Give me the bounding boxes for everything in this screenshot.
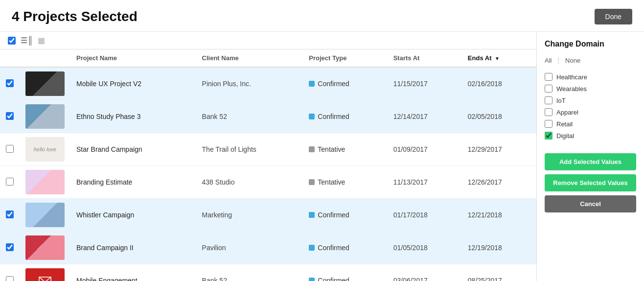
table-row: Mobile EngagementBank 52Confirmed03/06/2… <box>0 264 536 281</box>
row-checkbox-7[interactable] <box>6 276 14 281</box>
table-row: Ethno Study Phase 3Bank 52Confirmed12/14… <box>0 100 536 133</box>
sidebar-title: Change Domain <box>545 40 636 48</box>
th-starts-at[interactable]: Starts At <box>388 49 462 67</box>
starts-at-cell: 03/06/2017 <box>388 264 462 281</box>
starts-at-cell: 11/13/2017 <box>388 166 462 199</box>
projects-table: Project Name Client Name Project Type St… <box>0 49 536 281</box>
page-title: 4 Projects Selected <box>12 9 138 24</box>
domain-label-wearables: Wearables <box>556 85 587 93</box>
domain-label-apparel: Apparel <box>556 109 578 116</box>
client-name-cell: Pavilion <box>196 232 303 264</box>
client-name-cell: Marketing <box>196 199 303 232</box>
project-thumbnail <box>25 104 65 129</box>
content-area: ☰║ ▦ Project Name Client Name <box>0 32 644 281</box>
domain-label-digital: Digital <box>556 132 574 140</box>
client-name-cell: Bank 52 <box>196 100 303 133</box>
domain-checkbox-apparel[interactable] <box>545 108 552 116</box>
client-name-cell: Bank 52 <box>196 264 303 281</box>
domain-checkbox-wearables[interactable] <box>545 85 552 93</box>
project-name-cell: Star Brand Campaign <box>70 133 196 166</box>
toolbar: ☰║ ▦ <box>0 32 536 49</box>
table-row: Branding Estimate438 StudioTentative11/1… <box>0 166 536 199</box>
domain-item-apparel: Apparel <box>545 108 636 116</box>
ends-at-cell: 12/19/2018 <box>462 232 536 264</box>
table-header-row: Project Name Client Name Project Type St… <box>0 49 536 67</box>
client-name-cell: The Trail of Lights <box>196 133 303 166</box>
sidebar-actions: Add Selected Values Remove Selected Valu… <box>545 153 636 212</box>
table-section: ☰║ ▦ Project Name Client Name <box>0 32 536 281</box>
status-dot-icon <box>309 212 315 218</box>
table-row: hello loveStar Brand CampaignThe Trail o… <box>0 133 536 166</box>
project-thumbnail <box>25 268 65 281</box>
ends-at-cell: 08/25/2017 <box>462 264 536 281</box>
none-button[interactable]: None <box>565 57 580 64</box>
project-thumbnail <box>25 170 65 194</box>
add-selected-values-button[interactable]: Add Selected Values <box>545 153 636 170</box>
status-dot-icon <box>309 114 315 119</box>
row-checkbox-2[interactable] <box>6 112 14 120</box>
list-view-icon[interactable]: ☰║ <box>21 36 33 45</box>
row-checkbox-3[interactable] <box>6 145 14 153</box>
grid-view-icon[interactable]: ▦ <box>38 36 45 45</box>
domain-checkbox-retail[interactable] <box>545 120 552 128</box>
status-dot-icon <box>309 179 315 185</box>
domain-label-iot: IoT <box>556 97 566 104</box>
project-type-cell: Confirmed <box>303 264 387 281</box>
domain-checkbox-iot[interactable] <box>545 96 552 104</box>
status-dot-icon <box>309 278 315 281</box>
all-none-row: All | None <box>545 56 636 64</box>
project-name-cell: Branding Estimate <box>70 166 196 199</box>
status-dot-icon <box>309 146 315 152</box>
starts-at-cell: 11/15/2017 <box>388 67 462 100</box>
project-type-cell: Confirmed <box>303 100 387 133</box>
th-project-name[interactable]: Project Name <box>70 49 196 67</box>
th-ends-at[interactable]: Ends At ▼ <box>462 49 536 67</box>
domain-item-wearables: Wearables <box>545 85 636 93</box>
sort-arrow-icon: ▼ <box>495 56 500 61</box>
cancel-button[interactable]: Cancel <box>545 195 636 212</box>
starts-at-cell: 12/14/2017 <box>388 100 462 133</box>
ends-at-cell: 02/16/2018 <box>462 67 536 100</box>
remove-selected-values-button[interactable]: Remove Selected Values <box>545 174 636 191</box>
table-body: Mobile UX Project V2Pinion Plus, Inc.Con… <box>0 67 536 281</box>
domain-label-healthcare: Healthcare <box>556 73 587 81</box>
domain-item-healthcare: Healthcare <box>545 73 636 81</box>
th-thumbnail <box>20 49 70 67</box>
project-name-cell: Mobile UX Project V2 <box>70 67 196 100</box>
project-name-cell: Brand Campaign II <box>70 232 196 264</box>
project-type-cell: Tentative <box>303 133 387 166</box>
table-row: Mobile UX Project V2Pinion Plus, Inc.Con… <box>0 67 536 100</box>
sidebar: Change Domain All | None HealthcareWeara… <box>536 32 644 281</box>
domain-list: HealthcareWearablesIoTApparelRetailDigit… <box>545 73 636 140</box>
svg-line-1 <box>45 277 51 281</box>
project-name-cell: Ethno Study Phase 3 <box>70 100 196 133</box>
domain-checkbox-digital[interactable] <box>545 132 552 140</box>
starts-at-cell: 01/05/2018 <box>388 232 462 264</box>
project-thumbnail: hello love <box>25 137 65 162</box>
domain-checkbox-healthcare[interactable] <box>545 73 552 81</box>
row-checkbox-1[interactable] <box>6 79 14 87</box>
project-type-cell: Confirmed <box>303 199 387 232</box>
ends-at-cell: 12/21/2018 <box>462 199 536 232</box>
client-name-cell: Pinion Plus, Inc. <box>196 67 303 100</box>
status-dot-icon <box>309 245 315 251</box>
th-project-type[interactable]: Project Type <box>303 49 387 67</box>
project-type-cell: Confirmed <box>303 232 387 264</box>
domain-label-retail: Retail <box>556 120 573 128</box>
project-thumbnail <box>25 235 65 260</box>
svg-line-0 <box>39 277 45 281</box>
th-client-name[interactable]: Client Name <box>196 49 303 67</box>
row-checkbox-6[interactable] <box>6 243 14 251</box>
select-all-checkbox[interactable] <box>8 37 16 45</box>
done-button[interactable]: Done <box>595 9 632 24</box>
project-type-cell: Confirmed <box>303 67 387 100</box>
th-checkbox <box>0 49 20 67</box>
project-thumbnail <box>25 203 65 227</box>
row-checkbox-5[interactable] <box>6 211 14 218</box>
starts-at-cell: 01/09/2017 <box>388 133 462 166</box>
all-button[interactable]: All <box>545 57 552 64</box>
ends-at-cell: 12/29/2017 <box>462 133 536 166</box>
ends-at-cell: 02/05/2018 <box>462 100 536 133</box>
domain-item-retail: Retail <box>545 120 636 128</box>
row-checkbox-4[interactable] <box>6 178 14 186</box>
